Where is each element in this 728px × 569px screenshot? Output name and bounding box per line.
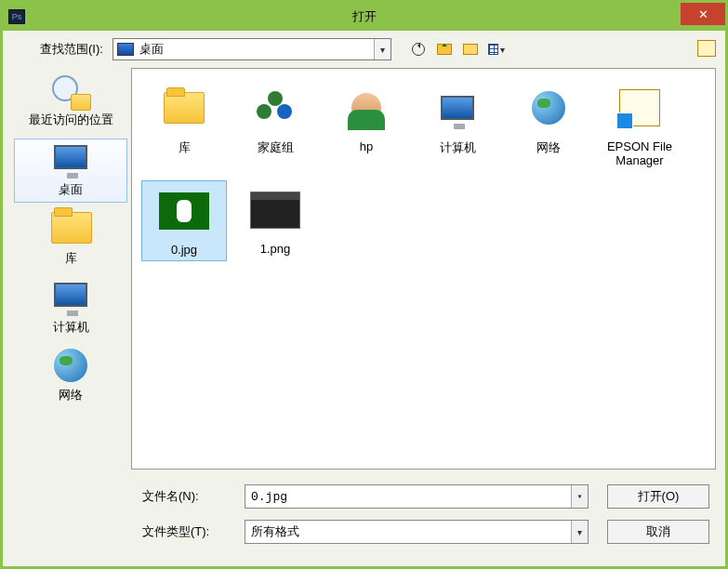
open-button[interactable]: 打开(O) [607,484,709,509]
up-one-level-icon [437,44,452,55]
back-icon [412,43,425,56]
list-item[interactable]: hp [324,78,409,171]
recent-places-icon [52,75,89,109]
view-menu-icon [488,44,498,55]
view-menu-button[interactable]: ▾ [488,41,505,58]
chevron-down-icon: ▾ [571,485,588,508]
chevron-down-icon: ▾ [500,45,505,55]
list-item-label: EPSON File Manager [601,139,679,167]
filetype-dropdown[interactable]: 所有格式 ▾ [245,520,589,544]
filetype-label: 文件类型(T): [142,523,245,540]
list-item[interactable]: 计算机 [415,78,500,171]
places-bar: 最近访问的位置 桌面 库 计算机 网络 [10,68,131,470]
network-icon [51,349,90,384]
list-item[interactable]: 0.jpg [141,180,227,261]
main-area: 最近访问的位置 桌面 库 计算机 网络 库 家庭组 hp [3,68,725,479]
toolbar: 查找范围(I): 桌面 ▾ ▾ [3,31,725,68]
look-in-dropdown[interactable]: 桌面 ▾ [113,38,391,60]
titlebar: Ps 打开 ✕ [3,3,725,31]
list-item[interactable]: 家庭组 [232,78,318,171]
filetype-value: 所有格式 [251,523,299,540]
list-item-label: 1.png [260,242,291,256]
close-button[interactable]: ✕ [681,3,725,25]
filename-value: 0.jpg [251,490,287,504]
window-title: 打开 [352,8,377,25]
filename-label: 文件名(N): [142,488,245,505]
list-item[interactable]: 网络 [506,78,591,171]
desktop-icon [117,43,134,56]
list-item-label: 计算机 [440,139,476,156]
libraries-icon [51,212,90,247]
list-item-label: 网络 [536,139,561,156]
sidebar-item-computer[interactable]: 计算机 [14,277,127,340]
sidebar-item-label: 计算机 [53,320,89,335]
desktop-icon [51,143,90,179]
new-folder-button[interactable] [462,41,479,58]
file-list[interactable]: 库 家庭组 hp 计算机 网络 EPSON File Manager 0.jpg [131,68,716,470]
list-item[interactable]: 库 [141,78,227,171]
sidebar-item-recent[interactable]: 最近访问的位置 [14,72,127,133]
sidebar-item-label: 桌面 [59,182,83,197]
sidebar-item-network[interactable]: 网络 [14,345,127,408]
image-thumbnail [245,184,305,236]
computer-icon [428,82,487,134]
shortcut-icon [610,82,669,134]
open-button-label: 打开(O) [638,488,680,505]
image-thumbnail [154,185,214,237]
computer-icon [51,281,90,316]
list-item-label: 家庭组 [258,139,294,156]
user-folder-icon [337,82,396,134]
cancel-button[interactable]: 取消 [607,520,709,544]
bottom-panel: 文件名(N): 0.jpg ▾ 打开(O) 文件类型(T): 所有格式 ▾ 取消 [3,479,725,566]
chevron-down-icon: ▾ [374,39,390,60]
sidebar-item-desktop[interactable]: 桌面 [14,139,127,204]
list-item-label: hp [360,139,373,153]
list-item-label: 0.jpg [171,243,197,257]
image-sequence-icon [699,42,716,57]
close-icon: ✕ [698,7,708,21]
look-in-label: 查找范围(I): [40,41,103,58]
new-folder-icon [463,44,478,55]
filename-input[interactable]: 0.jpg ▾ [245,484,589,509]
sidebar-item-label: 库 [65,251,77,266]
sidebar-item-label: 网络 [59,388,83,403]
photoshop-app-icon: Ps [8,9,25,24]
list-item-label: 库 [179,139,191,156]
back-button[interactable] [410,41,427,58]
list-item[interactable]: 1.png [232,180,318,261]
libraries-icon [154,82,214,134]
image-sequence-button[interactable] [699,41,716,58]
homegroup-icon [245,82,305,134]
up-one-level-button[interactable] [436,41,453,58]
look-in-value: 桌面 [139,41,164,58]
network-icon [519,82,578,134]
chevron-down-icon: ▾ [571,521,588,543]
list-item[interactable]: EPSON File Manager [597,78,682,171]
sidebar-item-libraries[interactable]: 库 [14,208,127,271]
cancel-button-label: 取消 [646,523,670,540]
sidebar-item-label: 最近访问的位置 [29,112,113,127]
